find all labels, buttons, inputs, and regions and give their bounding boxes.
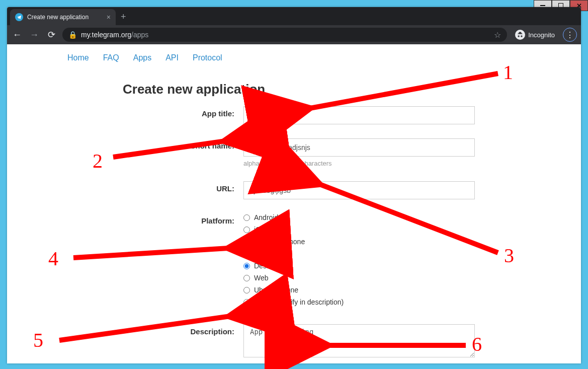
nav-apps[interactable]: Apps	[133, 53, 151, 62]
nav-home[interactable]: Home	[67, 53, 89, 62]
tab-close-icon[interactable]: ×	[107, 13, 111, 21]
short-name-hint: alphanumeric, 5-32 characters	[243, 160, 475, 167]
incognito-icon	[515, 30, 525, 40]
platform-radio[interactable]	[243, 275, 250, 281]
label-platform: Platform:	[7, 213, 243, 225]
platform-radio[interactable]	[243, 287, 250, 293]
url-input[interactable]	[243, 181, 475, 199]
address-bar[interactable]: 🔒 my.telegram.org/apps ☆	[62, 28, 507, 42]
platform-label: Windows Phone	[254, 238, 305, 246]
tab-title: Create new application	[27, 14, 89, 21]
platform-option[interactable]: Android	[243, 213, 475, 222]
incognito-label: Incognito	[528, 31, 555, 39]
site-nav: Home FAQ Apps API Protocol	[7, 49, 574, 69]
back-button[interactable]: ←	[11, 30, 23, 40]
page-viewport: Home FAQ Apps API Protocol Create new ap…	[7, 44, 574, 363]
annotation-num-3: 3	[504, 244, 514, 267]
url-path: /apps	[131, 31, 148, 39]
platform-option[interactable]: Other (specify in description)	[243, 298, 475, 306]
telegram-favicon-icon	[15, 13, 23, 21]
annotation-num-1: 1	[503, 60, 513, 84]
label-app-title: App title:	[7, 106, 243, 118]
platform-option[interactable]: iOS	[243, 226, 475, 234]
new-tab-button[interactable]: +	[121, 12, 126, 22]
browser-toolbar: ← → ⟳ 🔒 my.telegram.org/apps ☆ Incognito…	[7, 25, 581, 44]
reload-button[interactable]: ⟳	[45, 29, 57, 40]
tab-strip: Create new application × +	[7, 7, 581, 25]
platform-label: Ubuntu phone	[254, 286, 298, 294]
platform-option[interactable]: Windows Phone	[243, 238, 475, 246]
nav-protocol[interactable]: Protocol	[193, 53, 222, 62]
platform-radio[interactable]	[243, 239, 250, 245]
incognito-indicator[interactable]: Incognito	[512, 30, 558, 40]
platform-label: Other (specify in description)	[254, 298, 344, 306]
lock-icon: 🔒	[68, 31, 77, 39]
annotation-num-2: 2	[93, 149, 103, 173]
url-text: my.telegram.org/apps	[81, 31, 148, 39]
forward-button[interactable]: →	[28, 30, 40, 40]
platform-label: BlackBerry	[254, 250, 288, 258]
platform-label: Web	[254, 274, 269, 282]
annotation-num-4: 4	[48, 247, 58, 270]
platform-label: Android	[254, 213, 278, 222]
label-url: URL:	[7, 181, 243, 193]
annotation-num-5: 5	[33, 328, 43, 352]
svg-rect-0	[540, 5, 545, 6]
browser-menu-button[interactable]: ⋮	[563, 28, 577, 42]
platform-option[interactable]: Desktop	[243, 262, 475, 270]
description-input[interactable]	[243, 324, 475, 357]
platform-option[interactable]: Web	[243, 274, 475, 282]
platform-radio[interactable]	[243, 227, 250, 233]
browser-window: Create new application × + ← → ⟳ 🔒 my.te…	[7, 7, 581, 363]
platform-radio[interactable]	[243, 299, 250, 306]
platform-option[interactable]: Ubuntu phone	[243, 286, 475, 294]
short-name-input[interactable]	[243, 138, 475, 157]
platform-radio[interactable]	[243, 214, 250, 221]
annotation-num-6: 6	[472, 332, 482, 356]
platform-option[interactable]: BlackBerry	[243, 250, 475, 258]
nav-faq[interactable]: FAQ	[103, 53, 119, 62]
nav-api[interactable]: API	[165, 53, 179, 62]
label-short-name: Short name:	[7, 138, 243, 150]
url-host: my.telegram.org	[81, 31, 131, 39]
app-title-input[interactable]	[243, 106, 475, 124]
platform-radio-group: AndroidiOSWindows PhoneBlackBerryDesktop…	[243, 213, 475, 306]
bookmark-star-icon[interactable]: ☆	[494, 30, 501, 40]
browser-tab[interactable]: Create new application ×	[10, 9, 116, 25]
platform-radio[interactable]	[243, 263, 250, 269]
platform-radio[interactable]	[243, 251, 250, 257]
platform-label: Desktop	[254, 262, 280, 270]
platform-label: iOS	[254, 226, 266, 234]
